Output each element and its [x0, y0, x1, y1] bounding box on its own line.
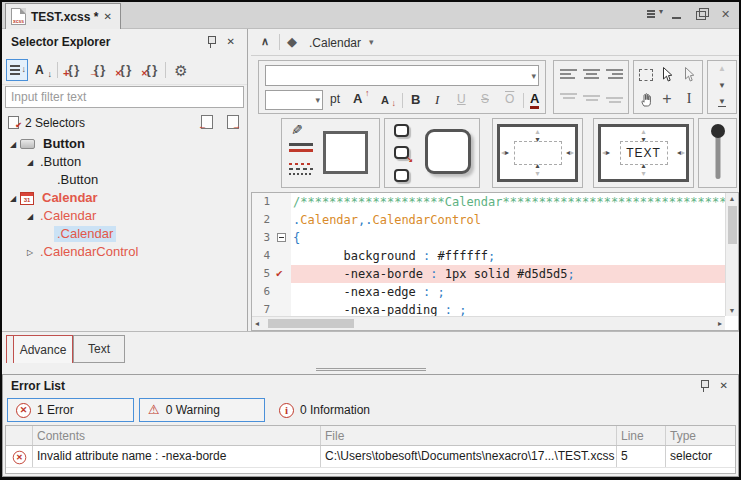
chevron-down-icon[interactable] — [531, 71, 536, 81]
font-color-button[interactable]: A — [530, 92, 539, 109]
decrease-font-icon[interactable] — [381, 94, 389, 106]
corner-icon-bottom[interactable] — [394, 169, 409, 182]
valign-top-icon[interactable] — [560, 93, 577, 103]
tree-expander-icon[interactable]: ◢ — [23, 212, 37, 221]
selector-dropdown-icon[interactable] — [369, 37, 374, 47]
tab-close-icon[interactable] — [103, 12, 111, 22]
padding-right-arrows[interactable]: ◂▸ — [566, 149, 574, 157]
pencil-icon[interactable] — [291, 122, 303, 138]
error-table-row[interactable]: Invalid attribute name : -nexa-borde C:\… — [6, 446, 735, 468]
vertical-scroll-thumb[interactable] — [728, 206, 737, 244]
align-right-icon[interactable] — [606, 69, 623, 79]
font-family-combobox[interactable] — [265, 65, 539, 86]
code-line-5[interactable]: 5✔ -nexa-borde : 1px solid #d5d5d5; — [252, 265, 725, 283]
close-window-icon[interactable] — [719, 8, 733, 20]
code-line-7[interactable]: 7 -nexa-padding : ; — [252, 301, 725, 316]
settings-button[interactable] — [170, 59, 192, 81]
sort-selectors-button[interactable] — [6, 59, 28, 81]
font-size-combobox[interactable] — [265, 90, 323, 110]
splitter-grip-icon[interactable] — [316, 368, 426, 371]
select-tool-button[interactable] — [637, 66, 655, 84]
text-top-arrows[interactable]: ▴▾ — [641, 128, 645, 144]
scroll-up-icon[interactable]: ▲ — [708, 64, 736, 73]
filter-input[interactable] — [5, 86, 244, 108]
line-column-header[interactable]: Line — [617, 426, 666, 445]
scroll-left-icon[interactable]: ◂ — [255, 319, 259, 328]
overline-button[interactable]: O — [505, 92, 514, 106]
warning-filter-button[interactable]: 0 Warning — [139, 398, 265, 422]
contents-column-header[interactable]: Contents — [33, 426, 321, 445]
tree-item-calendar[interactable]: ◢31Calendar — [2, 189, 247, 207]
cursor-alt-tool-button[interactable] — [680, 65, 698, 83]
pin-icon[interactable] — [206, 35, 217, 49]
code-view[interactable]: 1/********************Calendar**********… — [252, 193, 725, 316]
scroll-down-icon[interactable]: ▼ — [726, 307, 738, 314]
pin-icon[interactable] — [699, 379, 710, 393]
valign-bottom-icon[interactable] — [606, 93, 623, 103]
padding-left-arrows[interactable]: ◂▸ — [501, 149, 509, 157]
padding-preview[interactable]: ▴▾ ▴▾ ◂▸ ◂▸ — [497, 124, 578, 182]
move-selector-button[interactable] — [88, 59, 110, 81]
next-selector-icon[interactable] — [226, 115, 239, 129]
tree-item-button[interactable]: ◢Button — [2, 135, 247, 153]
add-selector-button[interactable] — [62, 59, 84, 81]
scroll-up-icon[interactable]: ▲ — [726, 195, 738, 202]
text-right-arrows[interactable]: ◂▸ — [677, 149, 685, 157]
tree-expander-icon[interactable]: ◢ — [6, 194, 20, 203]
horizontal-splitter[interactable] — [2, 365, 739, 374]
type-column-header[interactable]: Type — [666, 426, 735, 445]
vertical-scrollbar[interactable]: ▲ ▼ — [725, 193, 738, 316]
add-tool-button[interactable] — [658, 90, 676, 108]
tree-expander-icon[interactable]: ◢ — [23, 158, 37, 167]
chevron-down-icon[interactable] — [315, 95, 320, 105]
slider-knob[interactable] — [711, 124, 725, 138]
scroll-down-more-icon[interactable]: ▼ — [708, 97, 736, 106]
previous-selector-icon[interactable] — [200, 115, 213, 129]
hand-tool-button[interactable] — [637, 90, 655, 108]
bold-button[interactable]: B — [411, 92, 420, 107]
padding-bottom-arrows[interactable]: ▴▾ — [535, 162, 539, 178]
tab-advance[interactable]: Advance — [13, 335, 73, 363]
text-bottom-arrows[interactable]: ▴▾ — [641, 162, 645, 178]
tree-item-calendar[interactable]: .Calendar — [2, 225, 247, 243]
panel-close-icon[interactable] — [227, 37, 235, 47]
corner-icon-top[interactable] — [394, 124, 409, 137]
corner-preview[interactable] — [425, 129, 471, 174]
error-filter-button[interactable]: 1 Error — [7, 398, 134, 422]
text-padding-preview[interactable]: TEXT ▴▾ ▴▾ ◂▸ ◂▸ — [598, 124, 689, 182]
icon-column-header[interactable] — [6, 426, 33, 445]
code-line-2[interactable]: 2.Calendar,.CalendarControl — [252, 211, 725, 229]
information-filter-button[interactable]: 0 Information — [271, 398, 378, 422]
tree-item-calendar[interactable]: ◢.Calendar — [2, 207, 247, 225]
align-center-icon[interactable] — [583, 69, 600, 79]
file-column-header[interactable]: File — [321, 426, 617, 445]
slider-track[interactable] — [715, 131, 720, 179]
document-tab[interactable]: xcss TEST.xcss * — [5, 3, 121, 29]
border-preview[interactable] — [323, 131, 368, 174]
code-line-6[interactable]: 6 -nexa-edge : ; — [252, 283, 725, 301]
sort-alpha-button[interactable] — [32, 59, 54, 81]
line-style-icon[interactable] — [289, 143, 313, 155]
collapse-icon[interactable] — [261, 35, 269, 48]
italic-button[interactable]: I — [435, 92, 439, 108]
scroll-down-icon[interactable]: ▼ — [708, 81, 736, 90]
code-line-3[interactable]: 3{ — [252, 229, 725, 247]
valign-middle-icon[interactable] — [583, 93, 600, 103]
tab-list-icon[interactable] — [647, 8, 661, 20]
align-left-icon[interactable] — [560, 69, 577, 79]
code-line-4[interactable]: 4 background : #ffffff; — [252, 247, 725, 265]
restore-icon[interactable] — [695, 8, 709, 20]
tree-expander-icon[interactable]: ▷ — [23, 248, 37, 257]
underline-button[interactable]: U — [457, 92, 466, 106]
strikethrough-button[interactable]: S — [481, 92, 489, 106]
text-left-arrows[interactable]: ◂▸ — [602, 149, 610, 157]
cursor-tool-button[interactable] — [658, 65, 676, 83]
increase-font-icon[interactable] — [353, 91, 362, 106]
scroll-right-icon[interactable]: ▸ — [718, 319, 722, 328]
horizontal-scrollbar[interactable]: ◂ ▸ — [252, 316, 725, 330]
tree-expander-icon[interactable]: ◢ — [6, 140, 20, 149]
padding-top-arrows[interactable]: ▴▾ — [535, 128, 539, 144]
dash-style-icon[interactable] — [289, 163, 313, 177]
horizontal-scroll-thumb[interactable] — [268, 319, 354, 328]
fold-cell[interactable] — [274, 229, 291, 247]
